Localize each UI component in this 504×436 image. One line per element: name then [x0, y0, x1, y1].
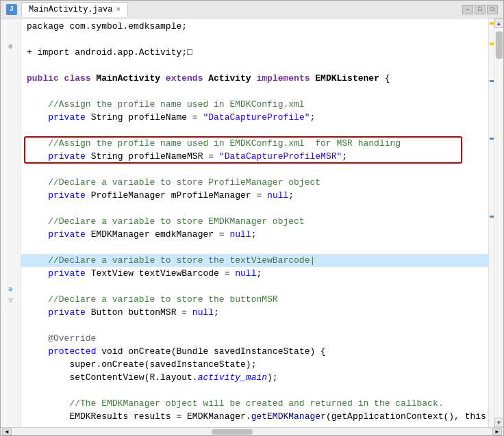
code-line: protected void onCreate(Bundle savedInst…: [21, 345, 488, 358]
code-lines: package com.symbol.emdksample;+ import a…: [21, 18, 488, 427]
code-line: //Assign the profile name used in EMDKCo…: [21, 137, 488, 150]
gutter-item: [1, 63, 21, 74]
gutter-item: [1, 162, 21, 173]
gutter-item: [1, 85, 21, 96]
scroll-up-arrow[interactable]: ▲: [494, 18, 504, 28]
gutter-item: [1, 129, 21, 140]
gutter-item: [1, 383, 21, 394]
gutter-item: [1, 74, 21, 85]
markers-panel: [488, 18, 494, 427]
scroll-down-arrow[interactable]: ▼: [494, 418, 504, 427]
gutter-item: [1, 96, 21, 107]
restore-button[interactable]: ❐: [487, 5, 498, 14]
code-marker: [490, 216, 494, 218]
gutter-item: [1, 261, 21, 272]
gutter-item: [1, 107, 21, 118]
code-line: [21, 59, 488, 72]
code-marker: [490, 42, 494, 45]
code-line: super.onCreate(savedInstanceState);: [21, 358, 488, 371]
code-line: public class MainActivity extends Activi…: [21, 72, 488, 85]
gutter-item: [1, 240, 21, 251]
code-marker: [490, 138, 494, 140]
scroll-thumb[interactable]: [496, 31, 503, 59]
scroll-track[interactable]: [494, 28, 503, 418]
code-line: EMDKResults results = EMDKManager.getEMD…: [21, 410, 488, 423]
code-line: [21, 423, 488, 427]
gutter-item: [1, 29, 21, 40]
code-marker: [490, 22, 494, 25]
gutter-item: [1, 140, 21, 151]
file-icon: J: [6, 4, 17, 15]
gutter-item: [1, 361, 21, 372]
code-line: [21, 33, 488, 46]
gutter-item: [1, 251, 21, 261]
gutter-item: [1, 317, 21, 328]
code-line: //Assign the profile name used in EMDKCo…: [21, 98, 488, 111]
code-line: [21, 202, 488, 215]
scroll-right-arrow[interactable]: ▶: [492, 428, 502, 435]
code-line: [21, 384, 488, 397]
maximize-button[interactable]: □: [475, 5, 486, 14]
gutter-item: ▽: [1, 295, 21, 306]
gutter-item: [1, 118, 21, 129]
gutter-item: ⊕: [1, 283, 21, 294]
code-line: //Declare a variable to store ProfileMan…: [21, 176, 488, 189]
code-line: //The EMDKManager object will be created…: [21, 397, 488, 410]
code-line: package com.symbol.emdksample;: [21, 20, 488, 33]
gutter-item: [1, 195, 21, 206]
horizontal-scrollbar[interactable]: ◀ ▶: [1, 427, 503, 435]
code-line: setContentView(R.layout.activity_main);: [21, 371, 488, 384]
horizontal-scroll-thumb[interactable]: [212, 429, 253, 435]
gutter-item: [1, 184, 21, 195]
tab-label: MainActivity.java: [29, 5, 112, 14]
code-area[interactable]: package com.symbol.emdksample;+ import a…: [21, 18, 488, 427]
gutter-item: [1, 151, 21, 162]
gutter-item: [1, 206, 21, 217]
window-controls: – □ ❐: [462, 5, 498, 14]
code-line: [21, 241, 488, 254]
gutter-item: [1, 339, 21, 350]
gutter-item: [1, 350, 21, 361]
code-line: private ProfileManager mProfileManager =…: [21, 189, 488, 202]
code-marker: [490, 80, 494, 82]
gutter-item: [1, 272, 21, 283]
code-line: [21, 319, 488, 332]
editor-container: ⊕⊕▽ package com.symbol.emdksample;+ impo…: [1, 18, 503, 427]
gutter-item: [1, 306, 21, 317]
gutter-item: [1, 51, 21, 62]
code-line: [21, 124, 488, 137]
editor-tab[interactable]: MainActivity.java ×: [21, 2, 128, 17]
code-line: [21, 280, 488, 293]
tab-close-icon[interactable]: ×: [116, 5, 121, 14]
gutter-item: [1, 416, 21, 427]
code-line: [21, 163, 488, 176]
minimize-button[interactable]: –: [462, 5, 473, 14]
main-window: J MainActivity.java × – □ ❐ ⊕⊕▽ package …: [0, 0, 504, 436]
code-line: private Button buttonMSR = null;: [21, 306, 488, 319]
code-line: private EMDKManager emdkManager = null;: [21, 228, 488, 241]
code-line: private String profileNameMSR = "DataCap…: [21, 150, 488, 163]
gutter: ⊕⊕▽: [1, 18, 21, 427]
gutter-item: [1, 218, 21, 229]
code-line: + import android.app.Activity;□: [21, 46, 488, 59]
scroll-left-arrow[interactable]: ◀: [2, 428, 12, 435]
code-line: //Declare a variable to store the textVi…: [21, 254, 488, 267]
gutter-item: [1, 394, 21, 405]
title-bar: J MainActivity.java × – □ ❐: [1, 1, 503, 18]
vertical-scrollbar[interactable]: ▲ ▼: [494, 18, 503, 427]
gutter-item: [1, 229, 21, 240]
gutter-item: [1, 405, 21, 416]
gutter-item: ⊕: [1, 40, 21, 51]
gutter-item: [1, 18, 21, 29]
code-line: //Declare a variable to store the button…: [21, 293, 488, 306]
gutter-item: [1, 372, 21, 383]
code-line: private String profileName = "DataCaptur…: [21, 111, 488, 124]
code-line: //Declare a variable to store EMDKManage…: [21, 215, 488, 228]
code-line: [21, 85, 488, 98]
code-line: @Override: [21, 332, 488, 345]
gutter-item: [1, 328, 21, 339]
gutter-item: [1, 173, 21, 184]
code-line: private TextView textViewBarcode = null;: [21, 267, 488, 280]
